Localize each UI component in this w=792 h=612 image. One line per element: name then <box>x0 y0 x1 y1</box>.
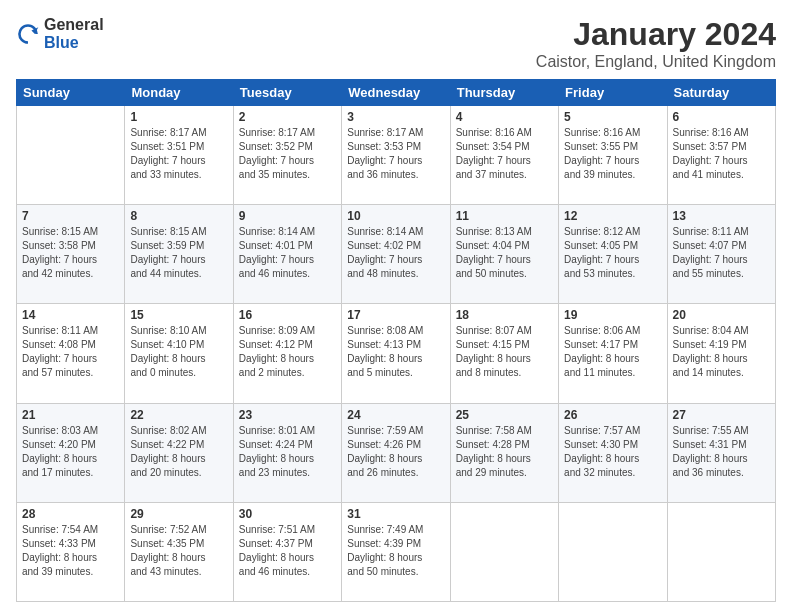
table-row: 19Sunrise: 8:06 AM Sunset: 4:17 PM Dayli… <box>559 304 667 403</box>
day-info: Sunrise: 7:54 AM Sunset: 4:33 PM Dayligh… <box>22 523 119 579</box>
logo-blue: Blue <box>44 34 104 52</box>
day-number: 15 <box>130 308 227 322</box>
day-info: Sunrise: 7:52 AM Sunset: 4:35 PM Dayligh… <box>130 523 227 579</box>
day-info: Sunrise: 8:04 AM Sunset: 4:19 PM Dayligh… <box>673 324 770 380</box>
col-thursday: Thursday <box>450 80 558 106</box>
day-info: Sunrise: 8:09 AM Sunset: 4:12 PM Dayligh… <box>239 324 336 380</box>
col-saturday: Saturday <box>667 80 775 106</box>
day-info: Sunrise: 8:10 AM Sunset: 4:10 PM Dayligh… <box>130 324 227 380</box>
table-row: 15Sunrise: 8:10 AM Sunset: 4:10 PM Dayli… <box>125 304 233 403</box>
day-number: 4 <box>456 110 553 124</box>
day-number: 20 <box>673 308 770 322</box>
day-info: Sunrise: 8:14 AM Sunset: 4:01 PM Dayligh… <box>239 225 336 281</box>
table-row: 13Sunrise: 8:11 AM Sunset: 4:07 PM Dayli… <box>667 205 775 304</box>
table-row: 14Sunrise: 8:11 AM Sunset: 4:08 PM Dayli… <box>17 304 125 403</box>
col-monday: Monday <box>125 80 233 106</box>
table-row: 23Sunrise: 8:01 AM Sunset: 4:24 PM Dayli… <box>233 403 341 502</box>
table-row: 7Sunrise: 8:15 AM Sunset: 3:58 PM Daylig… <box>17 205 125 304</box>
main-title: January 2024 <box>536 16 776 53</box>
table-row: 11Sunrise: 8:13 AM Sunset: 4:04 PM Dayli… <box>450 205 558 304</box>
day-info: Sunrise: 8:17 AM Sunset: 3:51 PM Dayligh… <box>130 126 227 182</box>
day-number: 9 <box>239 209 336 223</box>
day-number: 26 <box>564 408 661 422</box>
calendar-week-row: 28Sunrise: 7:54 AM Sunset: 4:33 PM Dayli… <box>17 502 776 601</box>
table-row: 4Sunrise: 8:16 AM Sunset: 3:54 PM Daylig… <box>450 106 558 205</box>
day-number: 6 <box>673 110 770 124</box>
logo-icon <box>16 22 40 46</box>
day-info: Sunrise: 8:17 AM Sunset: 3:53 PM Dayligh… <box>347 126 444 182</box>
day-info: Sunrise: 8:15 AM Sunset: 3:58 PM Dayligh… <box>22 225 119 281</box>
day-number: 13 <box>673 209 770 223</box>
table-row: 9Sunrise: 8:14 AM Sunset: 4:01 PM Daylig… <box>233 205 341 304</box>
day-info: Sunrise: 8:12 AM Sunset: 4:05 PM Dayligh… <box>564 225 661 281</box>
table-row: 8Sunrise: 8:15 AM Sunset: 3:59 PM Daylig… <box>125 205 233 304</box>
day-number: 24 <box>347 408 444 422</box>
day-number: 18 <box>456 308 553 322</box>
table-row <box>667 502 775 601</box>
day-info: Sunrise: 8:16 AM Sunset: 3:55 PM Dayligh… <box>564 126 661 182</box>
table-row: 28Sunrise: 7:54 AM Sunset: 4:33 PM Dayli… <box>17 502 125 601</box>
day-number: 7 <box>22 209 119 223</box>
page: General Blue January 2024 Caistor, Engla… <box>0 0 792 612</box>
col-sunday: Sunday <box>17 80 125 106</box>
day-number: 17 <box>347 308 444 322</box>
day-info: Sunrise: 8:07 AM Sunset: 4:15 PM Dayligh… <box>456 324 553 380</box>
header: General Blue January 2024 Caistor, Engla… <box>16 16 776 71</box>
table-row: 16Sunrise: 8:09 AM Sunset: 4:12 PM Dayli… <box>233 304 341 403</box>
day-number: 8 <box>130 209 227 223</box>
day-info: Sunrise: 8:13 AM Sunset: 4:04 PM Dayligh… <box>456 225 553 281</box>
day-number: 25 <box>456 408 553 422</box>
day-info: Sunrise: 8:14 AM Sunset: 4:02 PM Dayligh… <box>347 225 444 281</box>
table-row: 1Sunrise: 8:17 AM Sunset: 3:51 PM Daylig… <box>125 106 233 205</box>
day-info: Sunrise: 7:55 AM Sunset: 4:31 PM Dayligh… <box>673 424 770 480</box>
day-number: 21 <box>22 408 119 422</box>
day-info: Sunrise: 8:06 AM Sunset: 4:17 PM Dayligh… <box>564 324 661 380</box>
day-info: Sunrise: 8:17 AM Sunset: 3:52 PM Dayligh… <box>239 126 336 182</box>
day-info: Sunrise: 7:51 AM Sunset: 4:37 PM Dayligh… <box>239 523 336 579</box>
day-info: Sunrise: 7:58 AM Sunset: 4:28 PM Dayligh… <box>456 424 553 480</box>
logo: General Blue <box>16 16 104 51</box>
day-info: Sunrise: 8:02 AM Sunset: 4:22 PM Dayligh… <box>130 424 227 480</box>
calendar-week-row: 1Sunrise: 8:17 AM Sunset: 3:51 PM Daylig… <box>17 106 776 205</box>
calendar-week-row: 21Sunrise: 8:03 AM Sunset: 4:20 PM Dayli… <box>17 403 776 502</box>
day-number: 11 <box>456 209 553 223</box>
calendar-week-row: 7Sunrise: 8:15 AM Sunset: 3:58 PM Daylig… <box>17 205 776 304</box>
day-info: Sunrise: 8:03 AM Sunset: 4:20 PM Dayligh… <box>22 424 119 480</box>
table-row: 26Sunrise: 7:57 AM Sunset: 4:30 PM Dayli… <box>559 403 667 502</box>
table-row: 31Sunrise: 7:49 AM Sunset: 4:39 PM Dayli… <box>342 502 450 601</box>
day-info: Sunrise: 7:57 AM Sunset: 4:30 PM Dayligh… <box>564 424 661 480</box>
calendar-week-row: 14Sunrise: 8:11 AM Sunset: 4:08 PM Dayli… <box>17 304 776 403</box>
day-info: Sunrise: 8:15 AM Sunset: 3:59 PM Dayligh… <box>130 225 227 281</box>
day-number: 22 <box>130 408 227 422</box>
day-number: 29 <box>130 507 227 521</box>
table-row: 29Sunrise: 7:52 AM Sunset: 4:35 PM Dayli… <box>125 502 233 601</box>
day-number: 14 <box>22 308 119 322</box>
table-row: 25Sunrise: 7:58 AM Sunset: 4:28 PM Dayli… <box>450 403 558 502</box>
table-row: 21Sunrise: 8:03 AM Sunset: 4:20 PM Dayli… <box>17 403 125 502</box>
table-row: 2Sunrise: 8:17 AM Sunset: 3:52 PM Daylig… <box>233 106 341 205</box>
table-row: 30Sunrise: 7:51 AM Sunset: 4:37 PM Dayli… <box>233 502 341 601</box>
logo-general: General <box>44 16 104 34</box>
table-row <box>559 502 667 601</box>
table-row <box>17 106 125 205</box>
day-info: Sunrise: 8:01 AM Sunset: 4:24 PM Dayligh… <box>239 424 336 480</box>
day-number: 2 <box>239 110 336 124</box>
table-row: 17Sunrise: 8:08 AM Sunset: 4:13 PM Dayli… <box>342 304 450 403</box>
col-wednesday: Wednesday <box>342 80 450 106</box>
col-friday: Friday <box>559 80 667 106</box>
day-info: Sunrise: 8:16 AM Sunset: 3:54 PM Dayligh… <box>456 126 553 182</box>
day-info: Sunrise: 8:16 AM Sunset: 3:57 PM Dayligh… <box>673 126 770 182</box>
table-row: 27Sunrise: 7:55 AM Sunset: 4:31 PM Dayli… <box>667 403 775 502</box>
day-info: Sunrise: 8:11 AM Sunset: 4:08 PM Dayligh… <box>22 324 119 380</box>
day-number: 5 <box>564 110 661 124</box>
col-tuesday: Tuesday <box>233 80 341 106</box>
table-row: 5Sunrise: 8:16 AM Sunset: 3:55 PM Daylig… <box>559 106 667 205</box>
table-row: 6Sunrise: 8:16 AM Sunset: 3:57 PM Daylig… <box>667 106 775 205</box>
table-row: 20Sunrise: 8:04 AM Sunset: 4:19 PM Dayli… <box>667 304 775 403</box>
day-number: 3 <box>347 110 444 124</box>
day-info: Sunrise: 8:08 AM Sunset: 4:13 PM Dayligh… <box>347 324 444 380</box>
day-info: Sunrise: 8:11 AM Sunset: 4:07 PM Dayligh… <box>673 225 770 281</box>
day-info: Sunrise: 7:59 AM Sunset: 4:26 PM Dayligh… <box>347 424 444 480</box>
calendar-table: Sunday Monday Tuesday Wednesday Thursday… <box>16 79 776 602</box>
table-row: 10Sunrise: 8:14 AM Sunset: 4:02 PM Dayli… <box>342 205 450 304</box>
